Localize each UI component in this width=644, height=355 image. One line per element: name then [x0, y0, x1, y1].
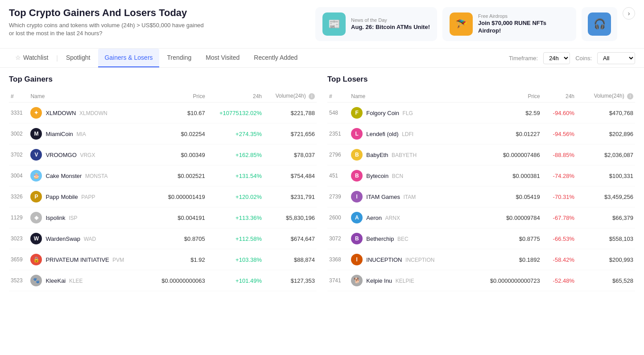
- price-cell: $0.01227: [468, 124, 541, 144]
- change-cell: +103.38%: [207, 249, 264, 270]
- price-cell: $0.000381: [468, 165, 541, 186]
- tab-trending[interactable]: Trending: [161, 49, 198, 67]
- name-cell: A Aeron ARNX: [349, 207, 468, 228]
- coin-icon: P: [30, 191, 42, 202]
- coins-select[interactable]: All Top 100: [597, 52, 635, 64]
- tab-recently-added[interactable]: Recently Added: [248, 49, 304, 67]
- change-cell: +131.54%: [207, 165, 264, 186]
- losers-title: Top Losers: [327, 75, 635, 84]
- price-cell: $0.002521: [149, 165, 206, 186]
- table-row[interactable]: 3023 W WardenSwap WAD $0.8705 +112.58% $…: [9, 228, 317, 249]
- coin-icon: M: [30, 128, 42, 140]
- price-cell: $0.8775: [468, 228, 541, 249]
- table-row[interactable]: 548 F Folgory Coin FLG $2.59 -94.60% $47…: [327, 103, 635, 124]
- name-cell: B Betherchip BEC: [349, 228, 468, 249]
- coin-full-name: Betherchip: [366, 235, 394, 242]
- tab-most-visited[interactable]: Most Visited: [199, 49, 246, 67]
- name-cell: B BabyEth BABYETH: [349, 144, 468, 165]
- tab-spotlight[interactable]: Spotlight: [60, 49, 96, 67]
- table-row[interactable]: 3072 B Betherchip BEC $0.8775 -66.53% $5…: [327, 228, 635, 249]
- name-cell: 🎂 Cake Monster MONSTA: [29, 165, 149, 186]
- coin-full-name: BabyEth: [366, 152, 388, 158]
- price-cell: $0.02254: [149, 124, 206, 144]
- table-row[interactable]: 3741 🐕 Kelpie Inu KELPIE $0.000000000072…: [327, 270, 635, 291]
- coin-full-name: Kelpie Inu: [366, 277, 392, 284]
- news-card-1[interactable]: 📰 News of the Day Aug. 26: Bitcoin ATMs …: [315, 7, 437, 41]
- page-subtitle: Which crypto coins and tokens with volum…: [9, 21, 205, 37]
- coin-icon: 🐕: [351, 275, 363, 286]
- table-row[interactable]: 3659 🔒 PRIVATEUM INITIATIVE PVM $1.92 +1…: [9, 249, 317, 270]
- change-cell: -88.85%: [542, 144, 576, 165]
- price-cell: $0.8705: [149, 228, 206, 249]
- price-cell: $0.004191: [149, 207, 206, 228]
- tab-gainers-losers[interactable]: Gainers & Losers: [98, 49, 159, 67]
- change-cell: +120.02%: [207, 186, 264, 207]
- coin-icon: 🎂: [30, 170, 42, 182]
- news-card-1-title: Aug. 26: Bitcoin ATMs Unite!: [351, 24, 430, 31]
- coin-full-name: Papp Mobile: [45, 194, 78, 200]
- news-card-3[interactable]: 🎧: [582, 7, 617, 41]
- coin-symbol: BEC: [397, 236, 409, 242]
- news-card-2[interactable]: 🪂 Free Airdrops Join $70,000 RUNE NFTs A…: [442, 7, 576, 41]
- change-cell: +101.49%: [207, 270, 264, 291]
- price-cell: $0.00349: [149, 144, 206, 165]
- coin-symbol: VRGX: [80, 152, 95, 158]
- nav-tabs: ☆ Watchlist | Spotlight Gainers & Losers…: [9, 49, 304, 67]
- name-cell: ✦ XLMDOWN XLMDOWN: [29, 103, 149, 124]
- coin-icon: I: [351, 254, 363, 265]
- tab-watchlist[interactable]: ☆ Watchlist: [9, 49, 54, 67]
- change-cell: -52.48%: [542, 270, 576, 291]
- rank-cell: 3072: [327, 228, 349, 249]
- table-row[interactable]: 3326 P Papp Mobile PAPP $0.000001419 +12…: [9, 186, 317, 207]
- table-row[interactable]: 2351 L Lendefi (old) LDFI $0.01227 -94.5…: [327, 124, 635, 144]
- name-cell: B Bytecoin BCN: [349, 165, 468, 186]
- coin-full-name: VROOMGO: [45, 152, 76, 158]
- coin-full-name: WardenSwap: [45, 235, 80, 242]
- timeframe-select[interactable]: 24h 7d 30d: [543, 52, 570, 64]
- coin-full-name: XLMDOWN: [45, 110, 76, 116]
- volume-cell: $127,353: [264, 270, 317, 291]
- nav-section: ☆ Watchlist | Spotlight Gainers & Losers…: [0, 49, 644, 68]
- table-row[interactable]: 2600 A Aeron ARNX $0.00009784 -67.78% $6…: [327, 207, 635, 228]
- coin-symbol: ARNX: [385, 215, 400, 221]
- name-cell: I ITAM Games ITAM: [349, 186, 468, 207]
- coin-icon: W: [30, 233, 42, 244]
- info-icon-losers[interactable]: i: [627, 93, 633, 99]
- news-card-1-label: News of the Day: [351, 17, 430, 23]
- table-row[interactable]: 3702 V VROOMGO VRGX $0.00349 +162.85% $7…: [9, 144, 317, 165]
- rank-cell: 548: [327, 103, 349, 124]
- table-row[interactable]: 451 B Bytecoin BCN $0.000381 -74.28% $10…: [327, 165, 635, 186]
- name-cell: ◈ Ispolink ISP: [29, 207, 149, 228]
- table-row[interactable]: 2739 I ITAM Games ITAM $0.05419 -70.31% …: [327, 186, 635, 207]
- rank-cell: 3023: [9, 228, 29, 249]
- info-icon-gainers[interactable]: i: [309, 93, 315, 99]
- coin-full-name: Ispolink: [45, 215, 65, 221]
- losers-col-price: Price: [468, 90, 541, 103]
- name-cell: M MiamiCoin MIA: [29, 124, 149, 144]
- table-row[interactable]: 3004 🎂 Cake Monster MONSTA $0.002521 +13…: [9, 165, 317, 186]
- volume-cell: $88,874: [264, 249, 317, 270]
- news-card-2-text: Free Airdrops Join $70,000 RUNE NFTs Air…: [478, 13, 569, 35]
- price-cell: $0.0000000000723: [468, 270, 541, 291]
- change-cell: -74.28%: [542, 165, 576, 186]
- table-row[interactable]: 3331 ✦ XLMDOWN XLMDOWN $10.67 +10775132.…: [9, 103, 317, 124]
- volume-cell: $78,037: [264, 144, 317, 165]
- table-row[interactable]: 3368 I INUCEPTION INCEPTION $0.1892 -58.…: [327, 249, 635, 270]
- nav-arrow-right[interactable]: ›: [623, 7, 635, 20]
- coin-full-name: Aeron: [366, 215, 382, 221]
- table-row[interactable]: 3523 🐾 KleeKai KLEE $0.00000000063 +101.…: [9, 270, 317, 291]
- price-cell: $2.59: [468, 103, 541, 124]
- coin-icon: B: [351, 233, 363, 244]
- coin-icon: ✦: [30, 107, 42, 119]
- rank-cell: 2351: [327, 124, 349, 144]
- table-row[interactable]: 2796 B BabyEth BABYETH $0.000007486 -88.…: [327, 144, 635, 165]
- coin-symbol: MIA: [76, 131, 86, 137]
- coin-icon: A: [351, 212, 363, 223]
- rank-cell: 2796: [327, 144, 349, 165]
- table-row[interactable]: 1129 ◈ Ispolink ISP $0.004191 +113.36% $…: [9, 207, 317, 228]
- tab-recently-added-label: Recently Added: [254, 54, 297, 61]
- table-row[interactable]: 3002 M MiamiCoin MIA $0.02254 +274.35% $…: [9, 124, 317, 144]
- change-cell: -70.31%: [542, 186, 576, 207]
- price-cell: $0.05419: [468, 186, 541, 207]
- news-cards-container: 📰 News of the Day Aug. 26: Bitcoin ATMs …: [315, 7, 635, 41]
